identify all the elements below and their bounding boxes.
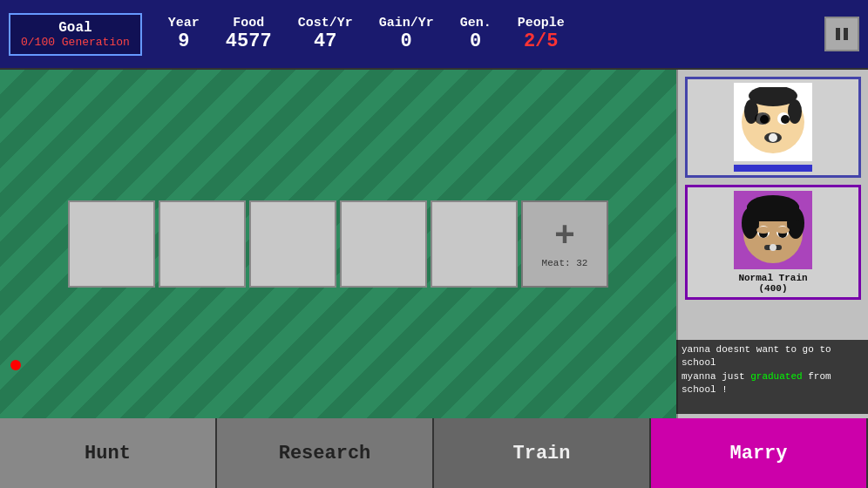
char-label-2: Normal Train(400) [738,273,807,294]
chat-line-1: yanna doesnt want to go to school [682,343,863,370]
red-dot-indicator [10,360,21,370]
svg-point-10 [755,112,770,125]
svg-point-9 [781,115,790,124]
year-value: 9 [178,30,189,52]
right-panel: Normal Train(400) yanna doesnt want to g… [676,70,868,418]
svg-point-25 [770,244,776,251]
gen-stat: Gen. 0 [460,16,492,52]
bottom-bar: Hunt Research Train Marry [0,418,868,488]
cost-yr-stat: Cost/Yr 47 [298,16,353,52]
chat-highlight: graduated [750,371,802,382]
gain-yr-stat: Gain/Yr 0 [379,16,434,52]
inv-slot-4[interactable] [340,200,427,288]
chat-box: yanna doesnt want to go to school myanna… [676,340,868,414]
gen-value: 0 [470,30,481,52]
people-label: People [518,16,565,30]
plus-icon: + [554,220,575,254]
year-label: Year [168,16,200,30]
character-card-1[interactable] [685,77,861,178]
inv-slot-5[interactable] [431,200,518,288]
char-health-bar-1 [734,165,812,172]
svg-point-22 [756,227,770,234]
svg-point-5 [788,99,802,124]
food-stat: Food 4577 [226,16,272,52]
people-value: 2/5 [524,30,559,52]
char-face-2 [734,191,812,269]
add-item-button[interactable]: + Meat: 32 [521,200,608,288]
people-stat: People 2/5 [518,16,565,52]
goal-value: 0/100 Generation [21,36,130,49]
hunt-button[interactable]: Hunt [0,418,217,488]
meat-label: Meat: 32 [542,258,588,268]
gain-yr-value: 0 [401,30,412,52]
top-bar: Goal 0/100 Generation Year 9 Food 4577 C… [0,0,868,70]
food-value: 4577 [226,30,272,52]
inv-slot-2[interactable] [159,200,246,288]
svg-point-12 [769,133,777,142]
food-label: Food [233,16,264,30]
cost-yr-label: Cost/Yr [298,16,353,30]
cost-yr-value: 47 [314,30,336,52]
gain-yr-label: Gain/Yr [379,16,434,30]
marry-button[interactable]: Marry [651,418,868,488]
goal-box: Goal 0/100 Generation [9,13,142,56]
svg-point-23 [776,227,790,234]
train-button[interactable]: Train [434,418,651,488]
inventory: + Meat: 32 [68,200,608,288]
main-area: + Meat: 32 [0,70,868,418]
svg-rect-0 [836,28,840,40]
gen-label: Gen. [460,16,492,30]
pause-button[interactable] [824,17,859,51]
year-stat: Year 9 [168,16,200,52]
goal-label: Goal [21,20,130,36]
character-card-2[interactable]: Normal Train(400) [685,185,861,300]
game-field: + Meat: 32 [0,70,676,418]
svg-rect-1 [844,28,848,40]
chat-line-2: myanna just graduated from school ! [682,370,863,397]
svg-rect-17 [747,204,799,221]
char-face-1 [734,83,812,161]
research-button[interactable]: Research [217,418,434,488]
inv-slot-3[interactable] [249,200,336,288]
inv-slot-1[interactable] [68,200,155,288]
